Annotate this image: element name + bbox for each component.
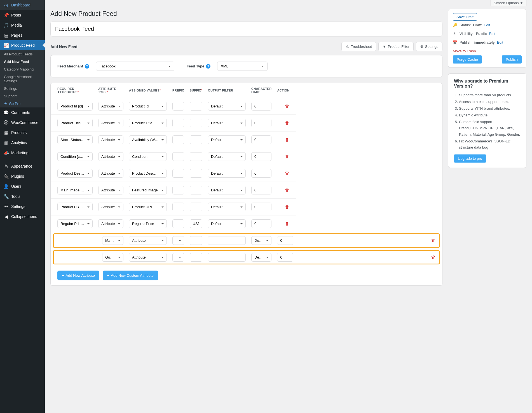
menu-plugins[interactable]: 🔌Plugins bbox=[0, 171, 45, 181]
screen-options-button[interactable]: Screen Options ▼ bbox=[491, 0, 526, 6]
submenu-all-feeds[interactable]: All Product Feeds bbox=[0, 50, 45, 58]
feed-title-input[interactable] bbox=[51, 22, 442, 36]
submenu-settings[interactable]: Settings bbox=[0, 85, 45, 92]
menu-tools[interactable]: 🔧Tools bbox=[0, 191, 45, 201]
output-filter-select[interactable]: Default bbox=[208, 152, 246, 161]
assigned-value-select[interactable]: Featured Image bbox=[129, 186, 167, 194]
add-custom-attribute-button[interactable]: +Add New Custom Attribute bbox=[103, 271, 158, 280]
menu-products[interactable]: ▦Products bbox=[0, 128, 45, 138]
assigned-value-select[interactable]: Product Id bbox=[129, 102, 167, 111]
char-limit-input[interactable] bbox=[251, 203, 271, 211]
submenu-go-pro[interactable]: ★Go Pro bbox=[0, 100, 45, 107]
trash-icon[interactable]: 🗑 bbox=[285, 188, 289, 193]
assigned-value-select[interactable]: Product URL bbox=[129, 203, 167, 211]
suffix-input[interactable] bbox=[190, 203, 203, 211]
assigned-value-select[interactable]: Product Description bbox=[129, 169, 167, 178]
menu-analytics[interactable]: ▥Analytics bbox=[0, 138, 45, 148]
char-limit-input[interactable] bbox=[251, 186, 271, 194]
char-limit-input[interactable] bbox=[251, 152, 271, 161]
trash-icon[interactable]: 🗑 bbox=[431, 238, 435, 243]
required-attr-select[interactable]: Regular Price [price] bbox=[57, 219, 93, 228]
prefix-input[interactable] bbox=[172, 102, 184, 111]
attr-type-select[interactable]: Attribute bbox=[129, 253, 167, 262]
menu-comments[interactable]: 💬Comments bbox=[0, 107, 45, 118]
assigned-value-select[interactable]: Please Select bbox=[172, 253, 184, 262]
suffix-input[interactable] bbox=[190, 186, 203, 194]
trash-icon[interactable]: 🗑 bbox=[285, 104, 289, 109]
prefix-input[interactable] bbox=[190, 236, 203, 245]
output-filter-select[interactable]: Default bbox=[208, 203, 246, 211]
attr-type-select[interactable]: Attribute bbox=[98, 203, 123, 211]
help-icon[interactable]: ? bbox=[206, 64, 210, 69]
submenu-google-merchant[interactable]: Google Merchant Settings bbox=[0, 73, 45, 85]
edit-visibility-link[interactable]: Edit bbox=[489, 32, 495, 36]
assigned-value-select[interactable]: Condition bbox=[129, 152, 167, 161]
required-attr-select[interactable]: Google Product Category [google_product_… bbox=[102, 253, 123, 262]
merchant-select[interactable]: Facebook bbox=[96, 62, 174, 71]
attr-type-select[interactable]: Attribute bbox=[98, 219, 123, 228]
trash-icon[interactable]: 🗑 bbox=[285, 137, 289, 142]
char-limit-input[interactable] bbox=[251, 119, 271, 127]
output-filter-select[interactable]: Default bbox=[208, 186, 246, 194]
required-attr-select[interactable]: Product URL [link] bbox=[57, 203, 93, 211]
assigned-value-select[interactable]: Availability (Without Underscore) bbox=[129, 135, 167, 144]
attr-type-select[interactable]: Attribute bbox=[98, 169, 123, 178]
suffix-input[interactable] bbox=[208, 236, 246, 245]
product-filter-button[interactable]: ▼Product Filter bbox=[378, 42, 414, 51]
menu-dashboard[interactable]: ◷Dashboard bbox=[0, 0, 45, 10]
attr-type-select[interactable]: Attribute bbox=[129, 236, 167, 245]
required-attr-select[interactable]: Condition [condition] bbox=[57, 152, 93, 161]
publish-button[interactable]: Publish bbox=[502, 55, 522, 64]
suffix-input[interactable] bbox=[190, 152, 203, 161]
trash-icon[interactable]: 🗑 bbox=[431, 255, 435, 260]
required-attr-select[interactable]: Main Image [image_link] bbox=[57, 186, 93, 194]
move-to-trash-link[interactable]: Move to Trash bbox=[453, 49, 476, 53]
feed-type-select[interactable]: XML bbox=[217, 62, 268, 71]
suffix-input[interactable] bbox=[190, 219, 203, 228]
settings-button[interactable]: ⚙Settings bbox=[416, 42, 442, 51]
trash-icon[interactable]: 🗑 bbox=[285, 121, 289, 125]
prefix-input[interactable] bbox=[190, 253, 203, 262]
char-limit-input[interactable] bbox=[277, 236, 293, 245]
prefix-input[interactable] bbox=[172, 219, 184, 228]
submenu-category-mapping[interactable]: Category Mapping bbox=[0, 65, 45, 73]
required-attr-select[interactable]: Product Title [title] bbox=[57, 119, 93, 127]
output-filter-select[interactable]: Default bbox=[208, 102, 246, 111]
edit-status-link[interactable]: Edit bbox=[484, 23, 490, 27]
output-filter-select[interactable]: Default bbox=[251, 236, 271, 245]
add-attribute-button[interactable]: +Add New Attribute bbox=[57, 271, 99, 280]
menu-users[interactable]: 👤Users bbox=[0, 181, 45, 191]
menu-pages[interactable]: ▤Pages bbox=[0, 30, 45, 40]
attr-type-select[interactable]: Attribute bbox=[98, 119, 123, 127]
char-limit-input[interactable] bbox=[251, 219, 271, 228]
purge-cache-button[interactable]: Purge Cache bbox=[453, 55, 482, 64]
assigned-value-select[interactable]: Regular Price bbox=[129, 219, 167, 228]
char-limit-input[interactable] bbox=[251, 135, 271, 144]
char-limit-input[interactable] bbox=[251, 102, 271, 111]
prefix-input[interactable] bbox=[172, 169, 184, 178]
menu-woocommerce[interactable]: ⓦWooCommerce bbox=[0, 118, 45, 128]
trash-icon[interactable]: 🗑 bbox=[285, 154, 289, 159]
attr-type-select[interactable]: Attribute bbox=[98, 135, 123, 144]
suffix-input[interactable] bbox=[190, 135, 203, 144]
prefix-input[interactable] bbox=[172, 119, 184, 127]
suffix-input[interactable] bbox=[190, 102, 203, 111]
required-attr-select[interactable]: Product Id [id] bbox=[57, 102, 93, 111]
attr-type-select[interactable]: Attribute bbox=[98, 186, 123, 194]
menu-appearance[interactable]: ✎Appearance bbox=[0, 161, 45, 171]
prefix-input[interactable] bbox=[172, 186, 184, 194]
menu-media[interactable]: 🎵Media bbox=[0, 20, 45, 30]
required-attr-select[interactable]: Product Description [description] bbox=[57, 169, 93, 178]
char-limit-input[interactable] bbox=[277, 253, 293, 262]
output-filter-select[interactable]: Default bbox=[208, 119, 246, 127]
menu-collapse[interactable]: ◀Collapse menu bbox=[0, 212, 45, 222]
required-attr-select[interactable]: Manufacturer [brand] bbox=[102, 236, 123, 245]
suffix-input[interactable] bbox=[190, 169, 203, 178]
save-draft-button[interactable]: Save Draft bbox=[453, 13, 477, 21]
prefix-input[interactable] bbox=[172, 203, 184, 211]
menu-posts[interactable]: 📌Posts bbox=[0, 10, 45, 20]
output-filter-select[interactable]: Default bbox=[208, 135, 246, 144]
menu-settings[interactable]: ☷Settings bbox=[0, 201, 45, 212]
troubleshoot-button[interactable]: ⚠Troubleshoot bbox=[341, 42, 376, 51]
trash-icon[interactable]: 🗑 bbox=[285, 171, 289, 176]
